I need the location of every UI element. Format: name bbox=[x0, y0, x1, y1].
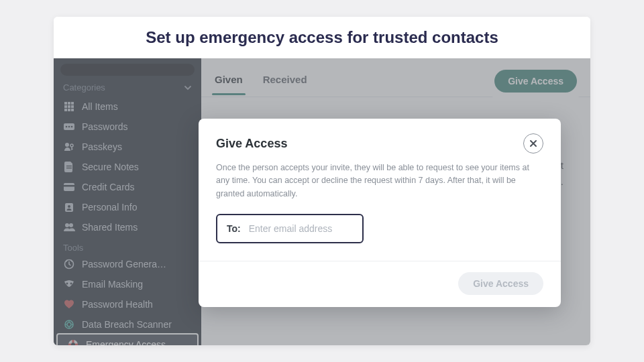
modal-description: Once the person accepts your invite, the… bbox=[216, 162, 543, 200]
modal-title: Give Access bbox=[216, 137, 287, 151]
close-button[interactable] bbox=[523, 133, 543, 154]
modal-give-access-button[interactable]: Give Access bbox=[458, 272, 543, 295]
give-access-modal: Give Access Once the person accepts your… bbox=[199, 119, 561, 307]
divider bbox=[199, 261, 561, 261]
email-field[interactable]: To: Enter email address bbox=[216, 214, 364, 243]
to-label: To: bbox=[227, 223, 241, 234]
close-icon bbox=[529, 139, 537, 147]
page-caption: Set up emergency access for trusted cont… bbox=[54, 17, 590, 58]
email-placeholder: Enter email address bbox=[249, 223, 333, 234]
caption-text: Set up emergency access for trusted cont… bbox=[146, 28, 498, 47]
